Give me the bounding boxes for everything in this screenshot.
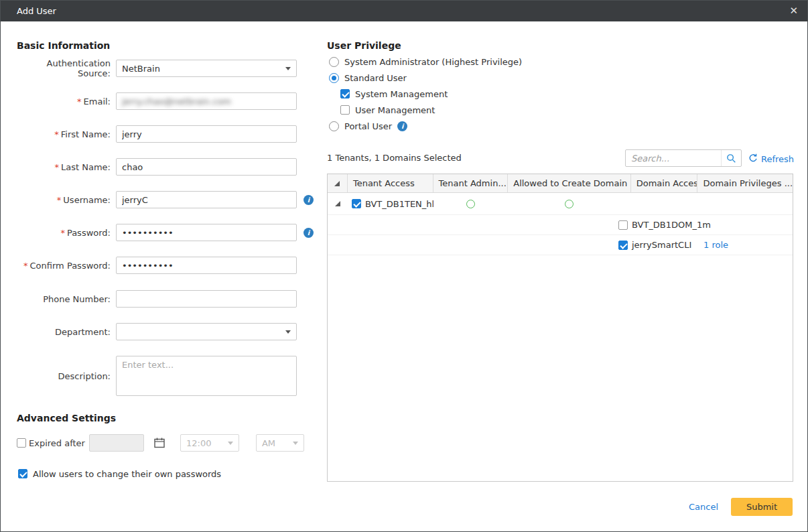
password-field[interactable]	[116, 224, 297, 241]
phone-field[interactable]	[116, 290, 297, 308]
tenant-admin-cell	[433, 193, 509, 214]
system-administrator-label: System Administrator (Highest Privilege)	[344, 57, 522, 67]
tenant-checkbox[interactable]	[352, 199, 361, 208]
department-row: Department:	[17, 323, 297, 340]
required-mark: *	[54, 129, 59, 139]
domain-checkbox[interactable]	[618, 241, 628, 250]
domain-access-cell	[631, 193, 698, 214]
close-icon[interactable]: ✕	[789, 6, 798, 16]
info-icon[interactable]: i	[304, 195, 314, 205]
expired-date-field[interactable]	[89, 434, 144, 452]
expired-time-select[interactable]: 12:00	[180, 434, 239, 452]
standard-user-radio[interactable]	[329, 73, 339, 83]
tenant-admin-status-icon[interactable]	[466, 200, 475, 208]
basic-information-heading: Basic Information	[17, 40, 110, 51]
chevron-down-icon	[285, 330, 291, 334]
password-label: *Password:	[17, 228, 116, 238]
domain-checkbox[interactable]	[618, 220, 628, 230]
submit-button[interactable]: Submit	[731, 498, 793, 516]
chevron-down-icon	[293, 442, 298, 445]
email-field[interactable]: jerry.chao@netbrain.com	[116, 92, 297, 110]
allow-change-password-row: Allow users to change their own password…	[18, 468, 221, 479]
auth-source-select[interactable]: NetBrain	[116, 60, 297, 77]
expand-icon[interactable]	[335, 201, 340, 206]
required-mark: *	[57, 195, 62, 205]
username-row: *Username: i	[17, 191, 314, 208]
portal-user-radio[interactable]	[329, 121, 339, 131]
username-field[interactable]	[116, 191, 297, 208]
chevron-down-icon	[228, 442, 233, 445]
expired-time-value: 12:00	[186, 438, 211, 448]
required-mark: *	[55, 162, 60, 172]
refresh-button[interactable]: Refresh	[748, 153, 794, 165]
tenant-access-cell: BVT_DB1TEN_hlu5	[348, 193, 433, 214]
header-domain-privileges: Domain Privileges ...	[697, 174, 793, 192]
radio-standard-user: Standard User	[329, 72, 407, 83]
last-name-row: *Last Name:	[17, 158, 297, 176]
last-name-field[interactable]	[116, 158, 297, 176]
expired-after-checkbox[interactable]	[17, 438, 26, 448]
required-mark: *	[23, 261, 28, 271]
advanced-settings-heading: Advanced Settings	[17, 413, 116, 423]
header-tenant-access: Tenant Access	[348, 174, 433, 192]
email-value: jerry.chao@netbrain.com	[122, 96, 231, 107]
dialog-titlebar: Add User ✕	[1, 1, 807, 21]
info-icon[interactable]: i	[304, 228, 314, 238]
description-field[interactable]	[116, 356, 297, 396]
search-input[interactable]	[626, 153, 721, 163]
search-icon[interactable]	[721, 150, 741, 166]
first-name-field[interactable]	[116, 125, 297, 143]
password-row: *Password: i	[17, 224, 314, 241]
info-icon[interactable]: i	[397, 121, 407, 131]
confirm-password-field[interactable]	[116, 257, 297, 274]
expired-ampm-select[interactable]: AM	[256, 434, 304, 452]
user-management-checkbox[interactable]	[340, 105, 350, 115]
department-select[interactable]	[116, 323, 297, 340]
system-management-checkbox[interactable]	[340, 89, 350, 98]
refresh-icon	[748, 153, 758, 165]
table-row-domain-2: jerrySmartCLI 1 role	[328, 235, 793, 255]
confirm-password-row: *Confirm Password:	[17, 257, 297, 274]
radio-system-administrator: System Administrator (Highest Privilege)	[329, 56, 522, 67]
grid-header: Tenant Access Tenant Admin... Allowed to…	[328, 174, 793, 193]
domain-privileges-cell	[697, 193, 793, 214]
calendar-icon[interactable]	[153, 437, 165, 449]
collapse-icon[interactable]	[334, 181, 340, 186]
selection-summary: 1 Tenants, 1 Domains Selected	[327, 153, 462, 163]
header-tenant-admin: Tenant Admin...	[433, 174, 509, 192]
system-management-label: System Management	[355, 89, 448, 99]
role-count-link[interactable]: 1 role	[703, 240, 728, 250]
tenant-search-box	[625, 149, 742, 167]
collapse-all-cell	[328, 174, 348, 192]
domain-access-cell: BVT_DB1DOM_1m	[618, 220, 711, 230]
header-allowed-create-domain: Allowed to Create Domain ...	[508, 174, 630, 192]
refresh-label: Refresh	[761, 154, 794, 164]
phone-row: Phone Number:	[17, 290, 297, 308]
radio-portal-user: Portal User i	[329, 121, 407, 131]
user-privilege-heading: User Privilege	[327, 40, 401, 51]
auth-source-row: Authentication Source: NetBrain	[17, 60, 297, 77]
auth-source-value: NetBrain	[122, 64, 160, 74]
email-label: *Email:	[17, 96, 116, 107]
first-name-label: *First Name:	[17, 129, 116, 139]
portal-user-label: Portal User	[344, 121, 392, 131]
domain-name: jerrySmartCLI	[632, 240, 691, 250]
username-label: *Username:	[17, 195, 116, 205]
domain-name: BVT_DB1DOM_1m	[632, 220, 711, 230]
chevron-down-icon	[285, 67, 291, 70]
table-row-tenant: BVT_DB1TEN_hlu5	[328, 193, 793, 215]
required-mark: *	[77, 96, 82, 107]
create-domain-status-icon[interactable]	[565, 200, 574, 208]
cancel-button[interactable]: Cancel	[689, 502, 718, 512]
user-management-row: User Management	[340, 105, 435, 115]
expired-after-row: Expired after 12:00 AM	[17, 434, 304, 452]
department-label: Department:	[17, 327, 116, 337]
last-name-label: *Last Name:	[17, 162, 116, 172]
header-domain-access: Domain Access	[631, 174, 698, 192]
system-administrator-radio[interactable]	[329, 57, 339, 67]
tenant-name: BVT_DB1TEN_hlu5	[365, 199, 433, 209]
tenant-domain-grid: Tenant Access Tenant Admin... Allowed to…	[327, 174, 793, 482]
allow-change-password-checkbox[interactable]	[18, 469, 27, 478]
description-label: Description:	[17, 371, 116, 381]
domain-access-cell: jerrySmartCLI	[618, 240, 691, 250]
